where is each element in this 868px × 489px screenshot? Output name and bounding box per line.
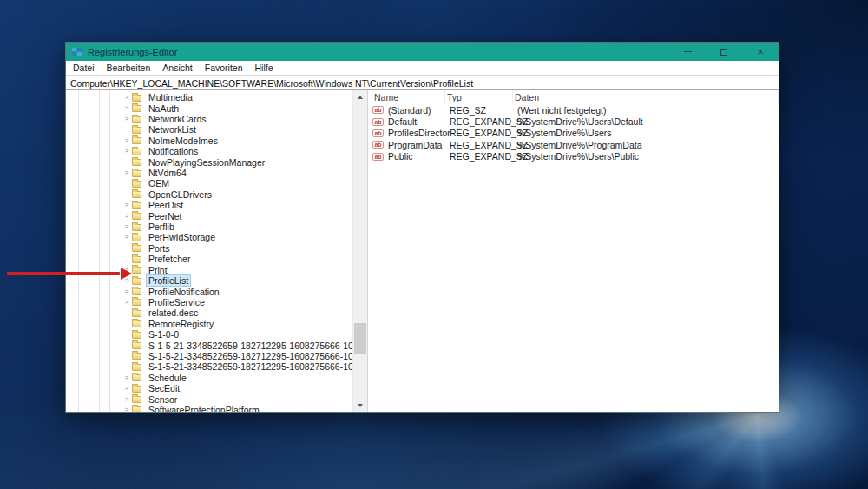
menu-item-favoriten[interactable]: Favoriten bbox=[205, 63, 243, 73]
column-header-name[interactable]: Name bbox=[368, 90, 445, 104]
tree-item-label[interactable]: RemoteRegistry bbox=[147, 319, 215, 329]
chevron-right-icon[interactable]: > bbox=[122, 266, 132, 274]
tree-item-label[interactable]: Schedule bbox=[147, 373, 188, 383]
tree-item-label[interactable]: ProfileNotification bbox=[147, 287, 221, 297]
chevron-right-icon[interactable]: > bbox=[122, 287, 132, 296]
chevron-right-icon[interactable]: > bbox=[122, 276, 132, 285]
scrollbar-thumb[interactable] bbox=[354, 323, 366, 354]
tree-item-label[interactable]: OpenGLDrivers bbox=[147, 189, 214, 200]
tree-item[interactable]: >ProfileService bbox=[66, 297, 352, 307]
tree-item[interactable]: >SecEdit bbox=[66, 383, 352, 393]
chevron-right-icon[interactable]: > bbox=[122, 104, 132, 113]
value-row[interactable]: abPublicREG_EXPAND_SZ%SystemDrive%\Users… bbox=[368, 151, 779, 162]
tree-item-label[interactable]: Ports bbox=[147, 243, 172, 254]
address-bar[interactable]: Computer\HKEY_LOCAL_MACHINE\SOFTWARE\Mic… bbox=[66, 76, 779, 90]
tree-item[interactable]: >Schedule bbox=[66, 373, 352, 383]
tree-item[interactable]: >PeerDist bbox=[66, 200, 352, 210]
tree-item[interactable]: >NtVdm64 bbox=[66, 168, 352, 178]
tree-item-label[interactable]: Prefetcher bbox=[147, 254, 192, 264]
chevron-right-icon[interactable]: > bbox=[122, 233, 132, 241]
maximize-button[interactable] bbox=[706, 43, 742, 61]
tree-item[interactable]: >PerHwIdStorage bbox=[66, 232, 352, 242]
tree-item-label[interactable]: Print bbox=[147, 265, 169, 275]
chevron-right-icon[interactable]: > bbox=[122, 147, 132, 155]
chevron-right-icon[interactable]: > bbox=[122, 136, 132, 145]
scrollbar-track[interactable] bbox=[353, 103, 367, 399]
tree-item-label[interactable]: PerHwIdStorage bbox=[147, 232, 217, 242]
chevron-right-icon[interactable]: > bbox=[122, 384, 132, 393]
tree-item[interactable]: S-1-5-21-3348522659-182712295-1608275666… bbox=[66, 340, 352, 350]
tree-item-label[interactable]: ProfileService bbox=[147, 297, 207, 307]
tree-item[interactable]: NowPlayingSessionManager bbox=[66, 156, 352, 167]
tree-item[interactable]: >ProfileNotification bbox=[66, 286, 352, 296]
menu-item-ansicht[interactable]: Ansicht bbox=[162, 63, 192, 73]
value-row[interactable]: abProgramDataREG_EXPAND_SZ%SystemDrive%\… bbox=[368, 139, 779, 150]
scrollbar-up-icon[interactable] bbox=[353, 90, 367, 103]
tree-item-label[interactable]: Multimedia bbox=[147, 92, 194, 102]
tree-item[interactable]: OEM bbox=[66, 178, 352, 188]
chevron-right-icon[interactable]: > bbox=[122, 395, 132, 404]
chevron-right-icon[interactable]: > bbox=[122, 298, 132, 307]
tree-item[interactable]: >ProfileList bbox=[66, 275, 352, 286]
tree-item-label[interactable]: NetworkList bbox=[147, 124, 198, 135]
tree-item[interactable]: S-1-0-0 bbox=[66, 329, 352, 340]
chevron-right-icon[interactable]: > bbox=[122, 93, 132, 102]
chevron-right-icon[interactable]: > bbox=[122, 169, 132, 177]
tree-item[interactable]: OpenGLDrivers bbox=[66, 189, 352, 200]
chevron-right-icon[interactable]: > bbox=[122, 406, 132, 412]
tree-scrollbar[interactable] bbox=[352, 90, 367, 412]
column-header-daten[interactable]: Daten bbox=[513, 90, 779, 104]
tree-item-label[interactable]: PeerDist bbox=[147, 200, 185, 210]
tree-item-label[interactable]: ProfileList bbox=[147, 275, 190, 286]
tree-item[interactable]: >SoftwareProtectionPlatform bbox=[66, 405, 352, 412]
chevron-right-icon[interactable]: > bbox=[122, 201, 132, 209]
tree-item[interactable]: >Print bbox=[66, 265, 352, 275]
chevron-right-icon[interactable]: > bbox=[122, 115, 132, 123]
tree-item[interactable]: S-1-5-21-3348522659-182712295-1608275666… bbox=[66, 361, 352, 372]
tree-item[interactable]: >NaAuth bbox=[66, 102, 352, 113]
tree-item[interactable]: related.desc bbox=[66, 307, 352, 318]
minimize-button[interactable] bbox=[669, 43, 706, 61]
value-row[interactable]: ab(Standard)REG_SZ(Wert nicht festgelegt… bbox=[368, 104, 779, 116]
chevron-right-icon[interactable]: > bbox=[122, 373, 132, 382]
tree-item[interactable]: >PeerNet bbox=[66, 210, 352, 221]
tree-item[interactable]: >Perflib bbox=[66, 221, 352, 232]
tree-item[interactable]: >NetworkCards bbox=[66, 114, 352, 124]
title-bar[interactable]: Registrierungs-Editor × bbox=[66, 43, 779, 61]
tree-item-label[interactable]: NoImeModeImes bbox=[147, 135, 220, 146]
column-header-typ[interactable]: Typ bbox=[445, 90, 513, 104]
tree-item-label[interactable]: S-1-5-21-3348522659-182712295-1608275666… bbox=[147, 351, 352, 361]
tree-item[interactable]: S-1-5-21-3348522659-182712295-1608275666… bbox=[66, 351, 352, 361]
tree-item-label[interactable]: S-1-0-0 bbox=[147, 329, 181, 340]
tree-item[interactable]: Ports bbox=[66, 243, 352, 254]
menu-item-datei[interactable]: Datei bbox=[73, 63, 95, 73]
tree-item[interactable]: >NoImeModeImes bbox=[66, 135, 352, 146]
tree-item-label[interactable]: OEM bbox=[147, 178, 171, 188]
tree-item[interactable]: >Sensor bbox=[66, 393, 352, 404]
tree-item-label[interactable]: related.desc bbox=[147, 307, 200, 318]
tree-item-label[interactable]: NtVdm64 bbox=[147, 168, 188, 178]
tree-item[interactable]: Prefetcher bbox=[66, 254, 352, 264]
menu-item-bearbeiten[interactable]: Bearbeiten bbox=[107, 63, 151, 73]
close-button[interactable]: × bbox=[742, 43, 779, 61]
value-row[interactable]: abDefaultREG_EXPAND_SZ%SystemDrive%\User… bbox=[368, 116, 779, 127]
tree-item-label[interactable]: NaAuth bbox=[147, 103, 181, 114]
tree-item[interactable]: >Notifications bbox=[66, 146, 352, 156]
value-row[interactable]: abProfilesDirectoryREG_EXPAND_SZ%SystemD… bbox=[368, 128, 779, 139]
chevron-right-icon[interactable]: > bbox=[122, 212, 132, 221]
tree-item[interactable]: RemoteRegistry bbox=[66, 319, 352, 329]
tree-item[interactable]: >Multimedia bbox=[66, 92, 352, 102]
tree-item-label[interactable]: NowPlayingSessionManager bbox=[147, 157, 266, 168]
chevron-right-icon[interactable]: > bbox=[122, 222, 132, 231]
tree-item-label[interactable]: PeerNet bbox=[147, 211, 184, 221]
tree-item[interactable]: NetworkList bbox=[66, 124, 352, 135]
menu-item-hilfe[interactable]: Hilfe bbox=[255, 63, 273, 73]
tree-item-label[interactable]: S-1-5-21-3348522659-182712295-1608275666… bbox=[147, 361, 352, 372]
tree-item-label[interactable]: Notifications bbox=[147, 146, 200, 156]
tree-item-label[interactable]: Perflib bbox=[147, 221, 176, 232]
tree-item-label[interactable]: NetworkCards bbox=[147, 114, 208, 124]
tree-item-label[interactable]: SoftwareProtectionPlatform bbox=[147, 405, 261, 412]
scrollbar-down-icon[interactable] bbox=[353, 399, 367, 412]
tree-item-label[interactable]: S-1-5-21-3348522659-182712295-1608275666… bbox=[147, 340, 352, 351]
tree-item-label[interactable]: Sensor bbox=[147, 394, 179, 405]
